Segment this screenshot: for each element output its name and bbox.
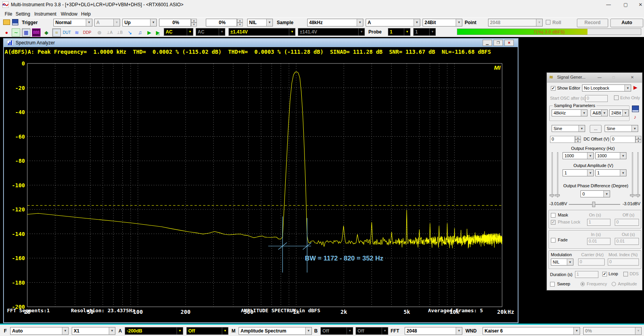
probe-a-select[interactable]: 1▼	[388, 28, 410, 36]
device-test-plan-icon[interactable]: DUT	[62, 28, 71, 37]
range-a-select[interactable]: ±1.414V▼	[228, 28, 295, 36]
maximize-icon[interactable]: □	[609, 75, 618, 80]
record-button[interactable]: Record	[577, 19, 608, 27]
mod-index-input[interactable]: 0	[608, 259, 639, 266]
menu-help[interactable]: Help	[80, 11, 92, 18]
dds-checkbox[interactable]	[623, 272, 628, 276]
frequency-b-select[interactable]: 1000▼	[595, 152, 626, 159]
fader-a1-track[interactable]	[552, 152, 553, 197]
fft-points-select[interactable]: 2048▼	[405, 327, 462, 335]
b-range-select[interactable]: Off▼	[320, 327, 353, 335]
range-b-select[interactable]: ±141.4V▼	[298, 28, 365, 36]
sweep-amplitude-radio[interactable]	[612, 282, 616, 286]
start-osc-input[interactable]: 0	[585, 95, 608, 102]
zero-b-icon[interactable]: ⊥B	[115, 28, 124, 37]
fader-a2-track[interactable]	[557, 152, 558, 197]
window-function-select[interactable]: Kaiser 6▼	[483, 327, 580, 335]
ddp-viewer-icon[interactable]: DDP	[83, 28, 91, 37]
hpf-select[interactable]: NIL▼	[247, 19, 273, 26]
close-icon[interactable]: ✕	[628, 75, 637, 80]
probe-b-select[interactable]: 1▼	[413, 28, 436, 36]
run-loop-icon[interactable]: ▶	[154, 28, 162, 37]
dc-offset-b-input[interactable]: 0	[610, 136, 635, 143]
menu-instrument[interactable]: Instrument	[33, 11, 58, 18]
modulation-select[interactable]: NIL▼	[551, 259, 573, 266]
sweep-checkbox[interactable]	[550, 282, 555, 287]
a-display-select[interactable]: Off▼	[186, 327, 228, 335]
roll-checkbox[interactable]	[546, 20, 550, 25]
record-icon[interactable]: ●	[2, 28, 11, 37]
a-range-select[interactable]: -200dB▼	[125, 327, 183, 335]
spectrum-window-titlebar[interactable]: Spectrum Analyzer ▁ ❐ ✕	[4, 39, 518, 47]
show-editor-checkbox[interactable]	[551, 86, 556, 91]
signal-generator-titlebar[interactable]: ≋ Signal Gener... — □ ✕	[547, 73, 642, 83]
sample-channel-select[interactable]: A▼	[366, 19, 420, 26]
fade-out-input[interactable]: 0.01	[615, 238, 639, 245]
signal-generator-icon[interactable]: ≈	[52, 28, 61, 37]
generator-rate-select[interactable]: 48kHz▼	[552, 109, 587, 116]
trigger-delay-input[interactable]: 0%	[206, 19, 237, 26]
fader-b2-handle[interactable]	[635, 194, 640, 196]
close-icon[interactable]: ✕	[635, 1, 644, 8]
generator-bits-select[interactable]: 24Bit▼	[609, 109, 629, 116]
echo-only-checkbox[interactable]	[614, 95, 619, 100]
zero-a-icon[interactable]: ⊥A	[105, 28, 114, 37]
loop-checkbox[interactable]	[602, 272, 607, 276]
frequency-a-select[interactable]: 1000▼	[563, 152, 594, 159]
trigger-edge-select[interactable]: Up▼	[122, 19, 157, 26]
restore-icon[interactable]: ❐	[494, 40, 503, 46]
fader-b1-handle[interactable]	[630, 194, 635, 196]
save-signal-icon[interactable]	[632, 106, 639, 112]
loopback-select[interactable]: No Loopback▼	[582, 84, 631, 91]
points-select[interactable]: 2048▼	[488, 19, 543, 26]
menu-window[interactable]: Window	[59, 11, 79, 18]
minimize-icon[interactable]: ▁	[483, 40, 492, 46]
measurement-select[interactable]: Amplitude Spectrum▼	[239, 327, 312, 335]
minimize-icon[interactable]: —	[595, 75, 604, 80]
mask-off-input[interactable]: 0	[615, 219, 639, 226]
music-note-icon[interactable]: ♪	[632, 114, 638, 120]
save-icon[interactable]	[12, 19, 18, 25]
dc-offset-a-input[interactable]: 0	[550, 136, 575, 143]
spectrum-chart[interactable]: 20501002005001k2k5k10k20kHz0-20-40-60-80…	[4, 47, 518, 322]
amplitude-b-select[interactable]: 1▼	[595, 169, 626, 176]
balance-slider-handle[interactable]	[592, 202, 595, 207]
open-folder-icon[interactable]	[3, 19, 10, 25]
freq-axis-mode-select[interactable]: Auto▼	[10, 327, 69, 335]
b-display-select[interactable]: Off▼	[356, 327, 388, 335]
run-icon[interactable]: ▶	[145, 28, 154, 37]
trigger-level-input[interactable]: 0%	[159, 19, 191, 26]
trigger-delay-spinner[interactable]: ▲▼	[237, 19, 243, 26]
menu-file[interactable]: File	[3, 11, 14, 18]
mic-icon[interactable]: ⊚	[95, 28, 104, 37]
phase-lock-checkbox[interactable]	[551, 220, 556, 225]
close-icon[interactable]: ✕	[504, 40, 514, 46]
waveform-b-select[interactable]: Sine▼	[605, 125, 638, 132]
bit-depth-select[interactable]: 24Bit▼	[423, 19, 462, 26]
fader-b1-track[interactable]	[632, 152, 633, 197]
sample-rate-select[interactable]: 48kHz▼	[307, 19, 363, 26]
trigger-source-select[interactable]: A▼	[94, 19, 120, 26]
more-button[interactable]: ...	[590, 125, 602, 133]
generator-run-icon[interactable]: ▶	[633, 84, 640, 91]
trigger-level-spinner[interactable]: ▲▼	[191, 19, 197, 26]
fade-checkbox[interactable]	[551, 238, 556, 243]
spectrum-analyzer-icon[interactable]: ▦	[22, 28, 30, 37]
oscilloscope-icon[interactable]: ∼	[12, 28, 20, 37]
fader-a1-handle[interactable]	[550, 194, 554, 196]
fader-b2-track[interactable]	[637, 152, 639, 197]
zoom-select[interactable]: X1▼	[72, 327, 115, 335]
coupling-a-select[interactable]: AC▼	[164, 28, 193, 36]
fader-a2-handle[interactable]	[555, 194, 560, 196]
waveform-a-select[interactable]: Sine▼	[552, 125, 585, 132]
probe-calibration-icon[interactable]: ↘	[126, 28, 134, 37]
dc-offset-a-spinner[interactable]: ▲▼	[575, 136, 581, 143]
carrier-input[interactable]: 0	[578, 259, 605, 266]
duration-input[interactable]: 1	[575, 271, 598, 278]
generator-channels-select[interactable]: A&B▼	[591, 109, 608, 116]
maximize-icon[interactable]: ▢	[620, 1, 632, 8]
coupling-b-select[interactable]: AC▼	[196, 28, 225, 36]
fade-in-input[interactable]: 0.01	[587, 238, 610, 245]
xy-plot-icon[interactable]: ◆	[42, 28, 51, 37]
speaker-icon[interactable]: ♫	[136, 28, 144, 37]
